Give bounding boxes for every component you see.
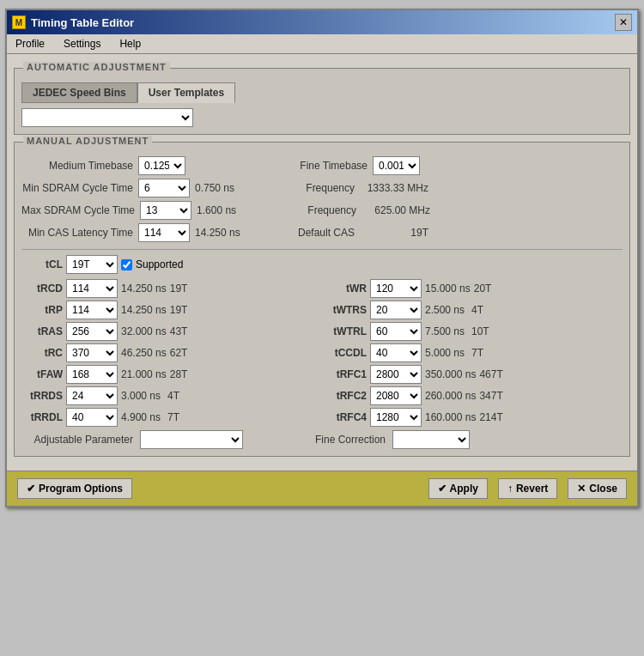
trfc2-t: 347T [479, 390, 502, 402]
trcd-ns: 14.250 ns [121, 282, 167, 295]
tfaw-select[interactable]: 168 [66, 365, 118, 384]
trfc2-ns: 260.000 ns [425, 390, 476, 402]
table-row: tWTRS 20 2.500 ns 4T [325, 301, 623, 319]
trfc4-label: tRFC4 [325, 411, 367, 423]
trfc4-ns: 160.000 ns [425, 411, 476, 423]
min-freq-label: Frequency [269, 182, 355, 194]
trrdl-t: 7T [167, 411, 189, 423]
table-row: tRRDS 24 3.000 ns 4T [21, 386, 319, 405]
trrds-t: 4T [167, 390, 189, 402]
close-button-bottom[interactable]: ✕ Close [568, 478, 627, 499]
twr-ns: 15.000 ns [425, 282, 471, 295]
min-freq-value: 1333.33 MHz [360, 182, 428, 194]
tras-t: 43T [170, 325, 191, 337]
menu-profile[interactable]: Profile [10, 36, 50, 52]
trp-ns: 14.250 ns [121, 304, 167, 316]
default-cas-label: Default CAS [269, 227, 355, 239]
min-cycle-label: Min SDRAM Cycle Time [21, 182, 133, 194]
tab-user-templates[interactable]: User Templates [137, 82, 235, 103]
fine-timebase-label: Fine Timebase [282, 160, 368, 172]
revert-button[interactable]: ↑ Revert [498, 478, 557, 499]
trcd-label: tRCD [21, 282, 63, 295]
tab-jedec[interactable]: JEDEC Speed Bins [21, 82, 137, 103]
adjustable-select[interactable] [140, 430, 243, 449]
tccdl-t: 7T [471, 347, 493, 359]
min-cycle-select[interactable]: 6 [138, 179, 190, 197]
trrds-ns: 3.000 ns [121, 390, 164, 402]
table-row: tRFC2 2080 260.000 ns 347T [325, 386, 623, 405]
table-row: tWR 120 15.000 ns 20T [325, 279, 623, 298]
twtrl-t: 10T [471, 325, 493, 337]
min-cas-row: Min CAS Latency Time 114 14.250 ns Defau… [21, 223, 623, 242]
trc-t: 62T [170, 347, 191, 359]
max-freq-label: Frequency [270, 204, 356, 216]
min-cas-label: Min CAS Latency Time [21, 227, 133, 239]
trp-label: tRP [21, 304, 63, 316]
min-cas-select[interactable]: 114 [138, 223, 190, 242]
trc-select[interactable]: 370 [66, 343, 118, 362]
automatic-adjustment-section: AUTOMATIC ADJUSTMENT JEDEC Speed Bins Us… [14, 68, 630, 135]
main-window: M Timing Table Editor ✕ Profile Settings… [5, 9, 639, 507]
twr-select[interactable]: 120 [370, 279, 422, 298]
revert-icon: ↑ [507, 483, 513, 495]
tcl-select[interactable]: 19T [66, 255, 118, 274]
tras-select[interactable]: 256 [66, 322, 118, 341]
trrds-select[interactable]: 24 [66, 386, 118, 405]
trfc4-select[interactable]: 1280 [370, 408, 422, 427]
template-dropdown-row [21, 108, 623, 127]
trc-label: tRC [21, 347, 63, 359]
table-row: tRP 114 14.250 ns 19T [21, 301, 319, 319]
tras-label: tRAS [21, 325, 63, 337]
fine-correction-select[interactable] [392, 430, 470, 449]
trp-select[interactable]: 114 [66, 301, 118, 319]
min-cycle-ns: 0.750 ns [195, 182, 246, 194]
twtrl-ns: 7.500 ns [425, 325, 468, 337]
table-row: tRAS 256 32.000 ns 43T [21, 322, 319, 341]
trfc2-select[interactable]: 2080 [370, 386, 422, 405]
twtrl-label: tWTRL [325, 325, 367, 337]
trcd-select[interactable]: 114 [66, 279, 118, 298]
supported-label: Supported [136, 258, 183, 270]
tccdl-label: tCCDL [325, 347, 367, 359]
twr-t: 20T [474, 282, 495, 295]
table-row: tRC 370 46.250 ns 62T [21, 343, 319, 362]
trrdl-select[interactable]: 40 [66, 408, 118, 427]
table-row: tRFC4 1280 160.000 ns 214T [325, 408, 623, 427]
menu-settings[interactable]: Settings [58, 36, 106, 52]
default-cas-value: 19T [360, 227, 428, 239]
table-row: tWTRL 60 7.500 ns 10T [325, 322, 623, 341]
supported-checkbox[interactable] [121, 259, 132, 270]
close-icon: ✕ [577, 483, 586, 495]
trfc1-select[interactable]: 2800 [370, 365, 422, 384]
timing-right: tWR 120 15.000 ns 20T tWTRS 20 2.500 ns … [325, 279, 623, 427]
tccdl-select[interactable]: 40 [370, 343, 422, 362]
close-button[interactable]: ✕ [615, 14, 632, 31]
tcl-row: tCL 19T Supported [21, 255, 623, 274]
tcl-label: tCL [21, 258, 63, 270]
template-select[interactable] [21, 108, 193, 127]
menu-help[interactable]: Help [114, 36, 146, 52]
timebase-row: Medium Timebase 0.125 ns Fine Timebase 0… [21, 156, 623, 175]
trrds-label: tRRDS [21, 390, 63, 402]
auto-section-title: AUTOMATIC ADJUSTMENT [23, 62, 170, 72]
program-options-button[interactable]: ✔ Program Options [17, 478, 132, 499]
supported-checkbox-label[interactable]: Supported [121, 258, 183, 270]
tfaw-label: tFAW [21, 368, 63, 380]
apply-icon: ✔ [438, 483, 447, 495]
apply-button[interactable]: ✔ Apply [428, 478, 488, 499]
twtrs-select[interactable]: 20 [370, 301, 422, 319]
fine-timebase-select[interactable]: 0.001 ns [373, 156, 420, 175]
manual-section-title: MANUAL ADJUSTMENT [23, 136, 152, 146]
table-row: tRCD 114 14.250 ns 19T [21, 279, 319, 298]
program-options-icon: ✔ [27, 483, 35, 495]
twtrs-label: tWTRS [325, 304, 367, 316]
trfc4-t: 214T [479, 411, 502, 423]
max-freq-value: 625.00 MHz [361, 204, 430, 216]
bottom-bar: ✔ Program Options ✔ Apply ↑ Revert ✕ Clo… [7, 471, 637, 506]
twtrl-select[interactable]: 60 [370, 322, 422, 341]
medium-timebase-select[interactable]: 0.125 ns [138, 156, 185, 175]
close-label: Close [589, 483, 617, 495]
revert-label: Revert [516, 483, 548, 495]
trfc1-label: tRFC1 [325, 368, 367, 380]
max-cycle-select[interactable]: 13 [140, 201, 191, 220]
